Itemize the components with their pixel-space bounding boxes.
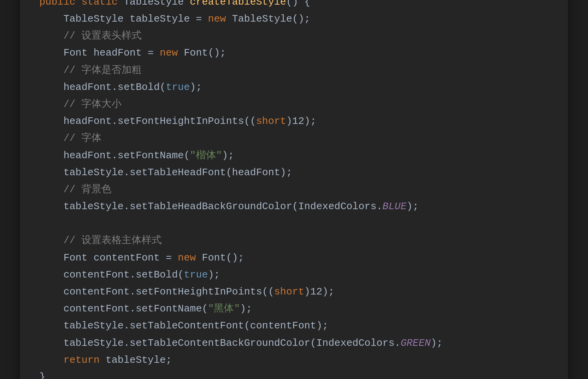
code-line: Font headFont = new Font(); (39, 44, 549, 61)
code-token: "黑体" (208, 303, 240, 315)
code-token: contentFont.setFontName( (39, 303, 208, 315)
code-token: static (81, 0, 123, 8)
code-token: GREEN (400, 337, 431, 349)
code-token: new (178, 252, 202, 264)
code-token: TableStyle(); (232, 13, 310, 25)
code-token: headFont.setFontHeightInPoints(( (39, 115, 256, 127)
code-line: tableStyle.setTableHeadBackGroundColor(I… (39, 198, 549, 215)
code-line: tableStyle.setTableContentBackGroundColo… (39, 335, 549, 352)
code-token: contentFont.setBold( (39, 269, 184, 281)
code-line: // 背景色 (39, 181, 549, 198)
code-token: "楷体" (190, 150, 222, 161)
code-token: tableStyle.setTableHeadBackGroundColor(I… (39, 201, 382, 212)
code-token: // 字体是否加粗 (39, 64, 142, 76)
code-token: Font(); (202, 252, 244, 264)
code-token: ); (431, 337, 443, 349)
code-line: // 字体是否加粗 (39, 62, 549, 79)
code-token: tableStyle; (106, 354, 172, 366)
code-token: Font headFont = (39, 47, 160, 59)
code-token: short (274, 286, 304, 298)
code-line: public static TableStyle createTableStyl… (39, 0, 549, 10)
code-line: tableStyle.setTableHeadFont(headFont); (39, 164, 549, 181)
code-line: // 字体 (39, 130, 549, 147)
code-token: true (166, 81, 190, 93)
code-line: tableStyle.setTableContentFont(contentFo… (39, 317, 549, 334)
code-token: contentFont.setFontHeightInPoints(( (39, 286, 274, 298)
code-token: new (160, 47, 184, 59)
code-token: // 字体大小 (39, 98, 122, 110)
code-content: public static TableStyle createTableStyl… (39, 0, 549, 379)
code-line: headFont.setFontHeightInPoints((short)12… (39, 113, 549, 130)
code-token: ); (190, 81, 202, 93)
code-token: BLUE (382, 201, 406, 212)
code-line: TableStyle tableStyle = new TableStyle()… (39, 10, 549, 27)
code-line: headFont.setBold(true); (39, 79, 549, 96)
code-token: ); (407, 201, 419, 212)
code-token: () { (286, 0, 310, 8)
code-token: headFont.setFontName( (39, 150, 190, 161)
code-line: // 设置表格主体样式 (39, 232, 549, 249)
code-line (39, 223, 549, 232)
code-token: headFont.setBold( (39, 81, 166, 93)
code-token: )12); (304, 286, 335, 298)
code-token: TableStyle tableStyle = (39, 13, 208, 25)
code-token: ); (222, 150, 234, 161)
code-token: tableStyle.setTableContentFont(contentFo… (39, 320, 328, 332)
code-token: TableStyle (123, 0, 190, 8)
code-token: )12); (286, 115, 316, 127)
code-line (39, 215, 549, 223)
code-token: tableStyle.setTableHeadFont(headFont); (39, 167, 292, 178)
code-token: new (208, 13, 232, 25)
code-token: tableStyle.setTableContentBackGroundColo… (39, 337, 400, 349)
code-line: Font contentFont = new Font(); (39, 249, 549, 266)
code-line: } (39, 369, 549, 379)
code-token: // 背景色 (39, 184, 112, 195)
code-line: contentFont.setFontName("黑体"); (39, 300, 549, 317)
code-token: ); (208, 269, 220, 281)
code-token: return (63, 354, 105, 366)
code-token: createTableStyle (190, 0, 286, 8)
code-token: ); (240, 303, 252, 315)
code-token: Font contentFont = (39, 252, 178, 264)
code-token (39, 354, 63, 366)
code-line: contentFont.setFontHeightInPoints((short… (39, 283, 549, 300)
code-token: short (256, 115, 286, 127)
code-line: contentFont.setBold(true); (39, 266, 549, 283)
code-token: true (184, 269, 208, 281)
code-line: headFont.setFontName("楷体"); (39, 147, 549, 164)
code-editor: public static TableStyle createTableStyl… (20, 0, 568, 379)
code-token: // 设置表头样式 (39, 30, 142, 42)
code-token: // 字体 (39, 132, 101, 144)
code-token: } (39, 371, 46, 379)
code-token: public (39, 0, 81, 8)
code-token: // 设置表格主体样式 (39, 235, 162, 246)
code-line: // 设置表头样式 (39, 27, 549, 44)
code-line: return tableStyle; (39, 352, 549, 369)
code-line: // 字体大小 (39, 96, 549, 113)
code-token: Font(); (184, 47, 226, 59)
